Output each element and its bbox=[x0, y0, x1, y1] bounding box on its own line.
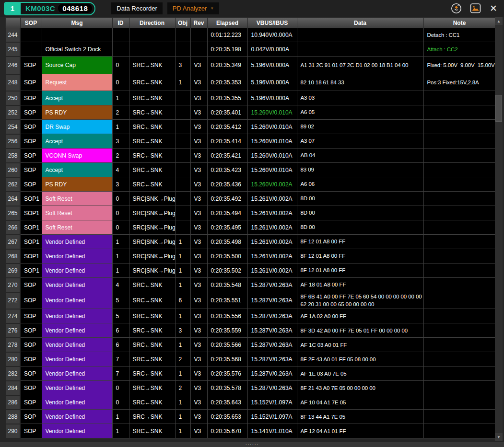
waveform-image-icon[interactable] bbox=[469, 3, 481, 14]
sop-cell: SOP1 bbox=[20, 192, 42, 206]
note-cell: Attach : CC2 bbox=[423, 42, 495, 57]
table-row[interactable]: 260 SOP Accept 4 SRC→SNK V3 0:20:35.423 … bbox=[5, 163, 495, 177]
row-number: 290 bbox=[5, 424, 20, 438]
column-header-vbus-ibus[interactable]: VBUS/IBUS bbox=[247, 18, 297, 28]
table-row[interactable]: 284 SOP Vendor Defined 0 SRC→SNK 2 V3 0:… bbox=[5, 381, 495, 395]
column-header-data[interactable]: Data bbox=[297, 18, 423, 28]
sop-cell: SOP bbox=[20, 352, 42, 367]
obj-cell: 1 bbox=[175, 309, 190, 323]
elapsed-cell: 0:01:12.223 bbox=[207, 28, 247, 42]
sop-cell: SOP bbox=[20, 424, 42, 438]
column-header-direction[interactable]: Direction bbox=[129, 18, 175, 28]
direction-cell: SRC|SNK→Plug bbox=[129, 235, 175, 249]
table-row[interactable]: 270 SOP Vendor Defined 4 SRC←SNK 1 V3 0:… bbox=[5, 278, 495, 292]
elapsed-cell: 0:20:35.353 bbox=[207, 74, 247, 91]
table-row[interactable]: 280 SOP Vendor Defined 7 SRC→SNK 2 V3 0:… bbox=[5, 352, 495, 367]
data-cell: A3 03 bbox=[297, 91, 423, 105]
table-row[interactable]: 264 SOP1 Soft Reset 0 SRC|SNK→Plug V3 0:… bbox=[5, 192, 495, 206]
obj-cell: 1 bbox=[175, 338, 190, 352]
direction-cell: SRC|SNK→Plug bbox=[129, 264, 175, 278]
table-row[interactable]: 290 SOP Vendor Defined 1 SRC←SNK 1 V3 0:… bbox=[5, 424, 495, 438]
note-cell bbox=[423, 120, 495, 134]
table-row[interactable]: 244 0:01:12.223 10.940V/0.000A Detach : … bbox=[5, 28, 495, 42]
msg-cell: Vendor Defined bbox=[42, 235, 112, 249]
id-cell: 2 bbox=[112, 105, 129, 120]
msg-cell: Vendor Defined bbox=[42, 410, 112, 424]
msg-cell: Vendor Defined bbox=[42, 292, 112, 309]
id-cell: 0 bbox=[112, 74, 129, 91]
vbus-cell: 15.261V/0.002A bbox=[247, 264, 297, 278]
elapsed-cell: 0:20:35.670 bbox=[207, 424, 247, 438]
id-cell: 0 bbox=[112, 220, 129, 235]
data-cell: A6 06 bbox=[297, 177, 423, 192]
close-icon[interactable]: ✕ bbox=[489, 4, 498, 13]
vbus-cell: 15.260V/0.002A bbox=[247, 177, 297, 192]
table-row[interactable]: 276 SOP Vendor Defined 6 SRC→SNK 3 V3 0:… bbox=[5, 323, 495, 338]
table-row[interactable]: 256 SOP Accept 3 SRC→SNK V3 0:20:35.414 … bbox=[5, 134, 495, 149]
bottom-splitter[interactable]: ······ bbox=[0, 442, 504, 447]
id-cell bbox=[112, 28, 129, 42]
column-header-elapsed[interactable]: Elapsed bbox=[207, 18, 247, 28]
obj-cell bbox=[175, 192, 190, 206]
column-header-rev[interactable]: Rev bbox=[190, 18, 207, 28]
device-connection-icon[interactable] bbox=[450, 2, 462, 14]
device-badge[interactable]: 1 KM003C 048618 bbox=[4, 2, 95, 15]
msg-cell: Vendor Defined bbox=[42, 264, 112, 278]
table-row[interactable]: 266 SOP1 Soft Reset 0 SRC|SNK→Plug V3 0:… bbox=[5, 220, 495, 235]
rev-cell: V3 bbox=[190, 220, 207, 235]
row-number: 268 bbox=[5, 249, 20, 264]
table-row[interactable]: 246 SOP Source Cap 0 SRC→SNK 3 V3 0:20:3… bbox=[5, 57, 495, 74]
table-row[interactable]: 262 SOP PS RDY 3 SRC←SNK V3 0:20:35.436 … bbox=[5, 177, 495, 192]
msg-cell: Accept bbox=[42, 91, 112, 105]
table-row[interactable]: 254 SOP DR Swap 1 SRC←SNK V3 0:20:35.412… bbox=[5, 120, 495, 134]
table-row[interactable]: 252 SOP PS RDY 2 SRC→SNK V3 0:20:35.401 … bbox=[5, 105, 495, 120]
table-row[interactable]: 269 SOP1 Vendor Defined 1 SRC|SNK→Plug 1… bbox=[5, 264, 495, 278]
sop-cell: SOP bbox=[20, 309, 42, 323]
elapsed-cell: 0:20:35.492 bbox=[207, 192, 247, 206]
sop-cell: SOP bbox=[20, 410, 42, 424]
table-row[interactable]: 288 SOP Vendor Defined 1 SRC→SNK 1 V3 0:… bbox=[5, 410, 495, 424]
table-row[interactable]: 286 SOP Vendor Defined 0 SRC←SNK 1 V3 0:… bbox=[5, 395, 495, 410]
column-header-sop[interactable]: SOP bbox=[20, 18, 42, 28]
column-header-msg[interactable]: Msg bbox=[42, 18, 112, 28]
column-header-rownum[interactable] bbox=[5, 18, 20, 28]
table-row[interactable]: 278 SOP Vendor Defined 6 SRC←SNK 1 V3 0:… bbox=[5, 338, 495, 352]
table-row[interactable]: 248 SOP Request 0 SRC←SNK 1 V3 0:20:35.3… bbox=[5, 74, 495, 91]
direction-cell: SRC←SNK bbox=[129, 395, 175, 410]
row-number: 270 bbox=[5, 278, 20, 292]
vbus-cell: 15.260V/0.010A bbox=[247, 105, 297, 120]
data-recorder-button[interactable]: Data Recorder bbox=[111, 2, 163, 14]
table-row[interactable]: 267 SOP1 Vendor Defined 1 SRC|SNK→Plug 1… bbox=[5, 235, 495, 249]
pd-analyzer-button[interactable]: PD Analyzer ▼ bbox=[167, 2, 219, 14]
direction-cell: SRC←SNK bbox=[129, 278, 175, 292]
table-row[interactable]: 265 SOP1 Soft Reset 0 SRC|SNK→Plug V3 0:… bbox=[5, 206, 495, 220]
obj-cell bbox=[175, 220, 190, 235]
table-row[interactable]: 274 SOP Vendor Defined 5 SRC←SNK 1 V3 0:… bbox=[5, 309, 495, 323]
rev-cell: V3 bbox=[190, 235, 207, 249]
vertical-scrollbar[interactable]: ▲ ▼ bbox=[495, 17, 503, 441]
table-row[interactable]: 245 Official Switch 2 Dock 0:20:35.198 0… bbox=[5, 42, 495, 57]
data-cell: 8F 21 43 A0 7E 05 00 00 00 00 bbox=[297, 381, 423, 395]
table-row[interactable]: 282 SOP Vendor Defined 7 SRC←SNK 1 V3 0:… bbox=[5, 367, 495, 381]
note-cell bbox=[423, 249, 495, 264]
table-row[interactable]: 250 SOP Accept 1 SRC→SNK V3 0:20:35.355 … bbox=[5, 91, 495, 105]
data-cell: AF 12 04 A1 01 FF bbox=[297, 424, 423, 438]
column-header-note[interactable]: Note bbox=[423, 18, 495, 28]
data-cell: 8D 00 bbox=[297, 206, 423, 220]
column-header-id[interactable]: ID bbox=[112, 18, 129, 28]
direction-cell: SRC|SNK→Plug bbox=[129, 220, 175, 235]
id-cell: 4 bbox=[112, 278, 129, 292]
data-cell: 8F 12 01 A8 00 FF bbox=[297, 264, 423, 278]
table-row[interactable]: 268 SOP1 Vendor Defined 1 SRC|SNK→Plug 1… bbox=[5, 249, 495, 264]
scrollbar-thumb[interactable] bbox=[495, 95, 502, 122]
column-header-obj[interactable]: Obj bbox=[175, 18, 190, 28]
elapsed-cell: 0:20:35.412 bbox=[207, 120, 247, 134]
note-cell bbox=[423, 352, 495, 367]
vbus-cell: 15.260V/0.010A bbox=[247, 120, 297, 134]
table-row[interactable]: 272 SOP Vendor Defined 5 SRC→SNK 6 V3 0:… bbox=[5, 292, 495, 309]
scroll-down-button[interactable]: ▼ bbox=[495, 433, 503, 441]
msg-cell: DR Swap bbox=[42, 120, 112, 134]
table-row[interactable]: 258 SOP VCONN Swap 2 SRC←SNK V3 0:20:35.… bbox=[5, 149, 495, 163]
elapsed-cell: 0:20:35.414 bbox=[207, 134, 247, 149]
scroll-up-button[interactable]: ▲ bbox=[495, 17, 503, 25]
